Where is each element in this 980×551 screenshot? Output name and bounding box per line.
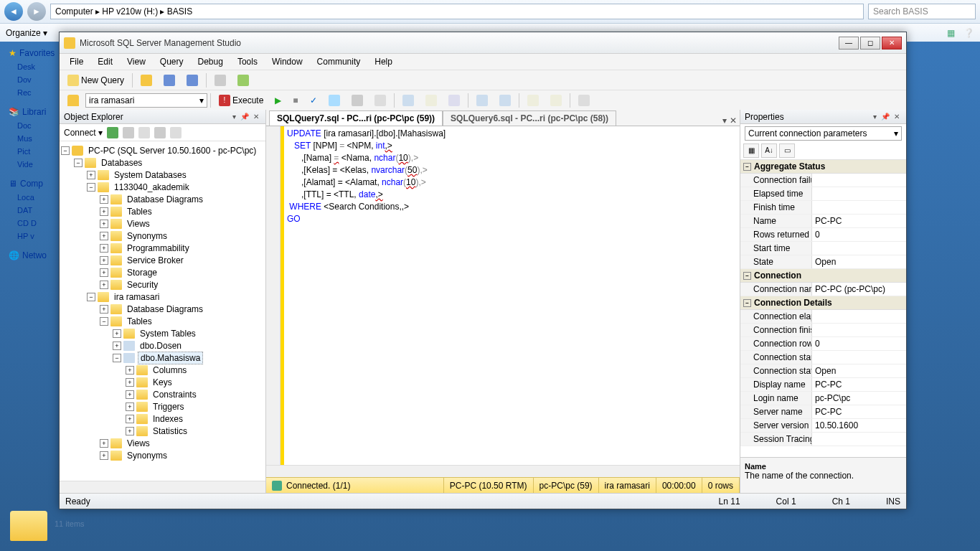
estimated-plan-button[interactable]: [324, 92, 345, 109]
tree-collapse-icon[interactable]: −: [61, 146, 70, 155]
prop-category[interactable]: −Connection Details: [740, 296, 906, 310]
outdent-button[interactable]: [545, 92, 567, 109]
menu-tools[interactable]: Tools: [230, 55, 265, 69]
property-value: [812, 187, 906, 200]
registered-button[interactable]: [232, 72, 254, 89]
sql-editor[interactable]: UPDATE [ira ramasari].[dbo].[Mahasiswa] …: [266, 126, 740, 465]
organize-menu[interactable]: Organize ▾: [6, 28, 47, 38]
editor-hscrollbar[interactable]: [266, 465, 740, 477]
props-object-combo[interactable]: Current connection parameters▾: [745, 126, 902, 141]
results-grid-button[interactable]: [397, 92, 419, 109]
properties-grid[interactable]: −Aggregate Status Connection failurElaps…: [740, 160, 906, 457]
tab-active[interactable]: SQLQuery7.sql - PC...ri (pc-PC\pc (59)): [269, 110, 443, 126]
execute-button[interactable]: !Execute: [214, 92, 268, 109]
property-row[interactable]: Start time: [740, 242, 906, 255]
prop-category[interactable]: −Connection: [740, 269, 906, 283]
property-row[interactable]: Elapsed time: [740, 187, 906, 201]
minimize-button[interactable]: —: [839, 37, 859, 50]
activity-button[interactable]: [209, 72, 231, 89]
property-row[interactable]: Connection stateOpen: [740, 364, 906, 378]
stop-icon[interactable]: [138, 127, 150, 138]
prop-category[interactable]: −Aggregate Status: [740, 160, 906, 174]
indent-button[interactable]: [522, 92, 544, 109]
menu-file[interactable]: File: [62, 55, 90, 69]
close-panel-icon[interactable]: ✕: [253, 113, 259, 121]
connect-icon[interactable]: [107, 127, 118, 138]
save-all-button[interactable]: [182, 72, 203, 89]
tab-close-icon[interactable]: ✕: [730, 116, 737, 126]
app-icon: [64, 37, 75, 49]
property-row[interactable]: Session Tracing ID: [740, 433, 906, 446]
specify-values-button[interactable]: [573, 92, 595, 109]
connect-button[interactable]: Connect ▾: [64, 128, 103, 138]
property-key: Name: [740, 215, 812, 227]
titlebar[interactable]: Microsoft SQL Server Management Studio —…: [60, 32, 906, 54]
pin-icon[interactable]: 📌: [240, 113, 249, 121]
tab-dropdown-icon[interactable]: ▾: [722, 116, 727, 126]
property-row[interactable]: Connection elaps: [740, 310, 906, 324]
tree-selected-item[interactable]: dbo.Mahasiswa: [138, 352, 203, 364]
property-row[interactable]: NamePC-PC: [740, 215, 906, 228]
change-conn-button[interactable]: [62, 92, 84, 109]
comment-button[interactable]: [471, 92, 493, 109]
dropdown-icon[interactable]: ▾: [232, 113, 236, 121]
help-icon[interactable]: ❔: [963, 28, 974, 38]
property-row[interactable]: Connection start: [740, 351, 906, 364]
view-icon[interactable]: ▦: [947, 28, 955, 38]
nav-back-button[interactable]: ◄: [4, 2, 23, 21]
oe-scrollbar[interactable]: [60, 481, 265, 493]
close-button[interactable]: ✕: [882, 37, 902, 50]
property-key: Server version: [740, 419, 812, 432]
refresh-icon[interactable]: [170, 127, 182, 138]
menu-window[interactable]: Window: [265, 55, 310, 69]
dropdown-icon[interactable]: ▾: [873, 113, 877, 121]
close-panel-icon[interactable]: ✕: [894, 113, 900, 121]
stop-button[interactable]: ■: [288, 93, 303, 108]
pin-icon[interactable]: 📌: [881, 113, 890, 121]
parse-button[interactable]: ✓: [305, 93, 322, 108]
property-row[interactable]: Connection namePC-PC (pc-PC\pc): [740, 283, 906, 296]
statusbar: Ready Ln 11 Col 1 Ch 1 INS: [60, 493, 906, 509]
menu-debug[interactable]: Debug: [191, 55, 230, 69]
open-button[interactable]: [136, 72, 157, 89]
property-row[interactable]: Login namepc-PC\pc: [740, 392, 906, 405]
menu-view[interactable]: View: [120, 55, 153, 69]
property-row[interactable]: Display namePC-PC: [740, 378, 906, 392]
property-row[interactable]: Server namePC-PC: [740, 405, 906, 419]
intellisense-button[interactable]: [369, 92, 391, 109]
search-input[interactable]: Search BASIS: [868, 4, 976, 19]
property-row[interactable]: Finish time: [740, 201, 906, 215]
menu-help[interactable]: Help: [367, 55, 400, 69]
new-query-button[interactable]: New Query: [62, 72, 129, 89]
property-row[interactable]: Connection finish: [740, 324, 906, 337]
library-icon: 📚: [9, 107, 19, 117]
object-tree[interactable]: −PC-PC (SQL Server 10.50.1600 - pc-PC\pc…: [60, 141, 265, 481]
tab-inactive[interactable]: SQLQuery6.sql - PC...ri (pc-PC\pc (58)): [443, 110, 616, 126]
menu-community[interactable]: Community: [310, 55, 368, 69]
uncomment-button[interactable]: [494, 92, 516, 109]
debug-button[interactable]: ▶: [270, 93, 286, 108]
maximize-button[interactable]: ◻: [860, 37, 880, 50]
network-icon: 🌐: [9, 250, 19, 260]
code-content[interactable]: UPDATE [ira ramasari].[dbo].[Mahasiswa] …: [284, 126, 740, 465]
props-pages-button[interactable]: ▭: [779, 143, 795, 158]
property-row[interactable]: Connection rows0: [740, 337, 906, 351]
save-button[interactable]: [159, 72, 180, 89]
property-key: Connection start: [740, 351, 812, 364]
property-row[interactable]: StateOpen: [740, 255, 906, 269]
nav-forward-button[interactable]: ►: [27, 2, 46, 21]
menu-edit[interactable]: Edit: [90, 55, 120, 69]
results-file-button[interactable]: [443, 92, 465, 109]
query-options-button[interactable]: [347, 92, 368, 109]
disconnect-icon[interactable]: [123, 127, 134, 138]
categorized-button[interactable]: ▦: [743, 143, 759, 158]
property-row[interactable]: Server version10.50.1600: [740, 419, 906, 433]
results-text-button[interactable]: [420, 92, 442, 109]
property-row[interactable]: Connection failur: [740, 174, 906, 187]
property-row[interactable]: Rows returned0: [740, 228, 906, 242]
database-combo[interactable]: ira ramasari▾: [85, 93, 207, 108]
menu-query[interactable]: Query: [153, 55, 191, 69]
alphabetical-button[interactable]: A↓: [761, 143, 777, 158]
address-bar[interactable]: Computer ▸ HP v210w (H:) ▸ BASIS: [50, 4, 864, 19]
filter-icon[interactable]: [154, 127, 166, 138]
